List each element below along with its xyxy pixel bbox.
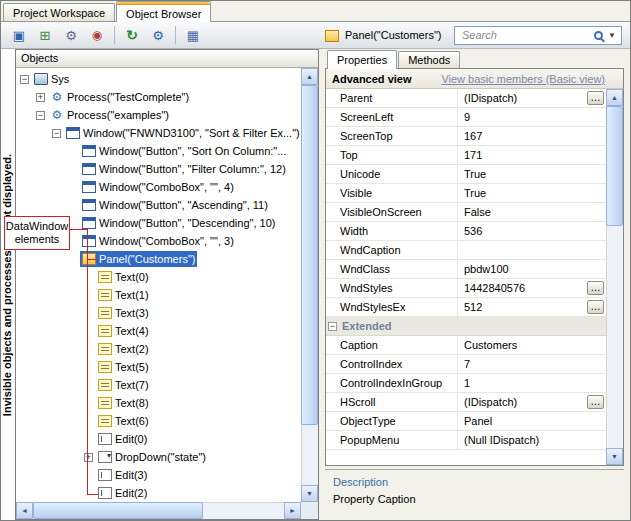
text-icon bbox=[98, 415, 112, 427]
add-object-icon[interactable] bbox=[33, 24, 57, 46]
store-layout-icon[interactable] bbox=[181, 24, 205, 46]
ellipsis-button[interactable]: … bbox=[587, 395, 604, 409]
tree-item[interactable]: Edit(3) bbox=[16, 466, 301, 484]
property-value: False bbox=[458, 203, 606, 221]
search-box[interactable]: ▼ bbox=[454, 26, 622, 45]
expand-icon[interactable]: + bbox=[36, 93, 45, 102]
tree-item-label: Edit(3) bbox=[115, 469, 147, 481]
property-name: ObjectType bbox=[326, 412, 458, 430]
ellipsis-button[interactable]: … bbox=[587, 300, 604, 314]
property-row[interactable]: UnicodeTrue bbox=[326, 165, 606, 184]
tree-item[interactable]: Edit(2) bbox=[16, 484, 301, 502]
selected-object-header: Panel("Customers") ▼ bbox=[317, 26, 630, 45]
search-icon[interactable] bbox=[594, 31, 603, 40]
expand-icon[interactable]: + bbox=[84, 453, 93, 462]
scroll-up-icon[interactable]: ▲ bbox=[606, 89, 623, 106]
property-row[interactable]: HScroll(IDispatch)… bbox=[326, 393, 606, 412]
property-value: 1442840576 bbox=[458, 279, 606, 297]
tree-item[interactable]: Text(1) bbox=[16, 286, 301, 304]
tree-item[interactable]: Window("ComboBox", "", 4) bbox=[16, 178, 301, 196]
tree-item[interactable]: Text(6) bbox=[16, 412, 301, 430]
text-icon bbox=[98, 397, 112, 409]
tree-item[interactable]: +DropDown("state") bbox=[16, 448, 301, 466]
tree-item[interactable]: Text(8) bbox=[16, 394, 301, 412]
scroll-up-icon[interactable]: ▲ bbox=[301, 68, 318, 85]
grid-vscroll-thumb[interactable] bbox=[606, 106, 623, 226]
property-row[interactable]: WndCaption bbox=[326, 241, 606, 260]
tree-item[interactable]: Panel("Customers") bbox=[16, 250, 301, 268]
property-name: Width bbox=[326, 222, 458, 240]
property-row[interactable]: ObjectTypePanel bbox=[326, 412, 606, 431]
property-row[interactable]: Top171 bbox=[326, 146, 606, 165]
property-name: ControlIndex bbox=[326, 355, 458, 373]
property-row[interactable]: ScreenLeft9 bbox=[326, 108, 606, 127]
basic-view-link[interactable]: View basic members (Basic view) bbox=[441, 73, 605, 85]
search-dropdown-icon[interactable]: ▼ bbox=[608, 31, 616, 40]
tree-item[interactable]: Text(5) bbox=[16, 358, 301, 376]
tree-item[interactable]: Text(7) bbox=[16, 376, 301, 394]
search-input[interactable] bbox=[460, 28, 589, 42]
tree-horizontal-scrollbar[interactable]: ◄ ► bbox=[16, 502, 301, 519]
property-row[interactable]: ControlIndexInGroup1 bbox=[326, 374, 606, 393]
computer-icon bbox=[34, 73, 48, 85]
collapse-icon[interactable]: − bbox=[328, 322, 337, 331]
tree-item[interactable]: −Process("examples") bbox=[16, 106, 301, 124]
property-category-row[interactable]: −Extended bbox=[326, 317, 606, 336]
tree-item[interactable]: −Window("FNWND3100", "Sort & Filter Ex..… bbox=[16, 124, 301, 142]
tree-item[interactable]: Window("ComboBox", "", 3) bbox=[16, 232, 301, 250]
text-icon bbox=[98, 361, 112, 373]
property-name: ScreenLeft bbox=[326, 108, 458, 126]
tree-vertical-scrollbar[interactable]: ▲ ▼ bbox=[301, 68, 318, 502]
map-object-icon[interactable] bbox=[59, 24, 83, 46]
ellipsis-button[interactable]: … bbox=[587, 91, 604, 105]
tab-methods[interactable]: Methods bbox=[398, 51, 460, 68]
scroll-left-icon[interactable]: ◄ bbox=[16, 502, 33, 519]
property-row[interactable]: VisibleOnScreenFalse bbox=[326, 203, 606, 222]
grid-vertical-scrollbar[interactable]: ▲ ▼ bbox=[606, 89, 623, 465]
collapse-icon[interactable]: − bbox=[52, 129, 61, 138]
tree-hscroll-thumb[interactable] bbox=[33, 502, 203, 519]
property-row[interactable]: CaptionCustomers bbox=[326, 336, 606, 355]
property-name: Caption bbox=[326, 336, 458, 354]
tree-item[interactable]: Window("Button", "Ascending", 11) bbox=[16, 196, 301, 214]
collapse-icon[interactable]: − bbox=[20, 75, 29, 84]
tree-item[interactable]: +Process("TestComplete") bbox=[16, 88, 301, 106]
tree-item[interactable]: Text(0) bbox=[16, 268, 301, 286]
tree-item[interactable]: Window("Button", "Descending", 10) bbox=[16, 214, 301, 232]
tree-item[interactable]: Text(2) bbox=[16, 340, 301, 358]
property-value: True bbox=[458, 184, 606, 202]
tree-item[interactable]: Edit(0) bbox=[16, 430, 301, 448]
tree-item[interactable]: Text(3) bbox=[16, 304, 301, 322]
tab-project-workspace[interactable]: Project Workspace bbox=[3, 3, 115, 21]
run-utility-icon[interactable] bbox=[146, 24, 170, 46]
property-row[interactable]: PopupMenu(Null IDispatch) bbox=[326, 431, 606, 450]
property-row[interactable]: WndClasspbdw100 bbox=[326, 260, 606, 279]
property-row[interactable]: VisibleTrue bbox=[326, 184, 606, 203]
view-object-icon[interactable] bbox=[85, 24, 109, 46]
property-row[interactable]: ScreenTop167 bbox=[326, 127, 606, 146]
tree-item[interactable]: Window("Button", "Sort On Column:"... bbox=[16, 142, 301, 160]
tab-properties[interactable]: Properties bbox=[327, 50, 397, 69]
scroll-down-icon[interactable]: ▼ bbox=[301, 485, 318, 502]
scroll-down-icon[interactable]: ▼ bbox=[606, 448, 623, 465]
tree-vscroll-thumb[interactable] bbox=[301, 85, 318, 425]
tree-item-label: Text(6) bbox=[115, 415, 149, 427]
scroll-right-icon[interactable]: ► bbox=[284, 502, 301, 519]
property-name: ControlIndexInGroup bbox=[326, 374, 458, 392]
property-name: WndStyles bbox=[326, 279, 458, 297]
tab-object-browser[interactable]: Object Browser bbox=[116, 1, 211, 22]
property-row[interactable]: WndStylesEx512… bbox=[326, 298, 606, 317]
collapse-icon[interactable]: − bbox=[36, 111, 45, 120]
highlight-object-icon[interactable] bbox=[7, 24, 31, 46]
tree-item[interactable]: Window("Button", "Filter Column:", 12) bbox=[16, 160, 301, 178]
property-row[interactable]: Width536 bbox=[326, 222, 606, 241]
refresh-icon[interactable] bbox=[120, 24, 144, 46]
ellipsis-button[interactable]: … bbox=[587, 281, 604, 295]
tree-item[interactable]: Text(4) bbox=[16, 322, 301, 340]
property-row[interactable]: ControlIndex7 bbox=[326, 355, 606, 374]
tree-item-label: Text(4) bbox=[115, 325, 149, 337]
property-row[interactable]: WndStyles1442840576… bbox=[326, 279, 606, 298]
tree-item[interactable]: −Sys bbox=[16, 70, 301, 88]
property-row[interactable]: Parent(IDispatch)… bbox=[326, 89, 606, 108]
property-value: True bbox=[458, 165, 606, 183]
